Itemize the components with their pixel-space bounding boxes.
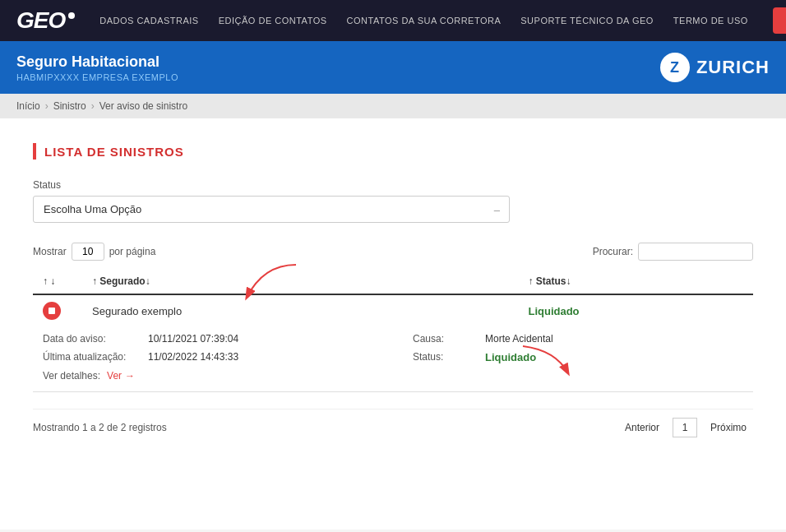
th-actions: ↑ ↓ [33, 269, 82, 294]
per-page-input[interactable] [72, 243, 104, 261]
pagination-controls: Anterior 1 Próximo [618, 418, 753, 437]
sinistros-table: ↑ ↓ ↑ Segurado↓ ↑ Status↓ [33, 269, 753, 392]
breadcrumb-inicio[interactable]: Início [16, 100, 40, 112]
logo-text: GEO [16, 7, 65, 34]
sort-icon-segurado: ↑ [92, 275, 97, 287]
app-logo: GEO [16, 7, 75, 34]
row-segurado-value: Segurado exemplo [92, 305, 182, 317]
ver-label: Ver [107, 370, 122, 382]
causa-label: Causa: [413, 333, 479, 345]
ver-detalhes-label: Ver detalhes: [43, 370, 100, 382]
page-title: Seguro Habitacional [16, 53, 178, 71]
detail-grid: Data do aviso: 10/11/2021 07:39:04 Causa… [43, 333, 743, 345]
causa-value: Morte Acidental [485, 333, 743, 345]
ver-arrow-icon: → [125, 370, 135, 382]
top-navigation: GEO DADOS CADASTRAIS EDIÇÃO DE CONTATOS … [0, 0, 786, 41]
separator-cell [33, 391, 753, 392]
pagination-area: Mostrando 1 a 2 de 2 registros Anterior … [33, 409, 753, 437]
th-status-label: Status [536, 275, 566, 287]
table-body: Segurado exemplo Liquidado Data do aviso… [33, 294, 753, 392]
breadcrumb-sinistro[interactable]: Sinistro [53, 100, 86, 112]
status2-label: Status: [413, 351, 479, 363]
nav-termo-uso[interactable]: TERMO DE USO [673, 16, 748, 25]
table-row-detail-2: Última atualização: 11/02/2022 14:43:33 … [33, 348, 753, 367]
status-select[interactable]: Escolha Uma Opção Liquidado Pendente [33, 196, 510, 223]
zurich-icon: Z [660, 53, 690, 82]
table-row-ver: Ver detalhes: Ver → [33, 367, 753, 391]
row-detail-2-cell: Última atualização: 11/02/2022 14:43:33 … [33, 348, 753, 367]
zurich-brand: ZURICH [696, 57, 770, 78]
mostrar-label: Mostrar [33, 246, 67, 257]
breadcrumb-sep-2: › [91, 100, 95, 112]
nav-dados-cadastrais[interactable]: DADOS CADASTRAIS [99, 16, 198, 25]
table-header: ↑ ↓ ↑ Segurado↓ ↑ Status↓ [33, 269, 753, 294]
logo-dot [68, 12, 75, 19]
breadcrumb-sep-1: › [45, 100, 49, 112]
search-input[interactable] [638, 243, 753, 261]
row-status-cell: Liquidado [518, 294, 753, 326]
ver-detalhes-area: Ver detalhes: Ver → [43, 370, 743, 382]
row-detail-cell: Data do aviso: 10/11/2021 07:39:04 Causa… [33, 326, 753, 348]
table-wrapper: ↑ ↓ ↑ Segurado↓ ↑ Status↓ [33, 269, 753, 392]
th-segurado: ↑ Segurado↓ [82, 269, 518, 294]
table-row: Segurado exemplo Liquidado [33, 294, 753, 326]
sair-button[interactable]: ↩ SAIR [773, 7, 786, 34]
section-title: LISTA DE SINISTROS [44, 145, 184, 159]
sort-down-status: ↓ [566, 275, 571, 287]
section-title-area: LISTA DE SINISTROS [33, 143, 753, 160]
row-action-cell [33, 294, 82, 326]
showing-text: Mostrando 1 a 2 de 2 registros [33, 422, 167, 433]
sort-down-segurado: ↓ [146, 275, 150, 287]
search-box: Procurar: [593, 243, 753, 261]
status-filter-label: Status [33, 179, 526, 191]
anterior-button[interactable]: Anterior [618, 419, 666, 437]
ver-link[interactable]: Ver → [107, 370, 135, 382]
show-per-page: Mostrar por página [33, 243, 155, 261]
page-header: Seguro Habitacional HABMIPXXXX EMPRESA E… [0, 41, 786, 94]
filter-section: Status Escolha Uma Opção Liquidado Pende… [33, 179, 526, 223]
data-aviso-label: Data do aviso: [43, 333, 141, 345]
row-status-value: Liquidado [528, 305, 579, 317]
main-nav: DADOS CADASTRAIS EDIÇÃO DE CONTATOS CONT… [99, 16, 748, 25]
section-title-bar [33, 143, 36, 160]
detail-grid-2: Última atualização: 11/02/2022 14:43:33 … [43, 351, 743, 363]
header-left: Seguro Habitacional HABMIPXXXX EMPRESA E… [16, 53, 178, 82]
table-controls: Mostrar por página Procurar: [33, 243, 753, 261]
table-row-separator [33, 391, 753, 392]
status2-value: Liquidado [485, 351, 743, 363]
breadcrumb: Início › Sinistro › Ver aviso de sinistr… [0, 94, 786, 118]
table-row-detail: Data do aviso: 10/11/2021 07:39:04 Causa… [33, 326, 753, 348]
main-content: LISTA DE SINISTROS Status Escolha Uma Op… [0, 118, 786, 530]
sort-icon-status: ↑ [528, 275, 533, 287]
page-subtitle: HABMIPXXXX EMPRESA EXEMPLO [16, 72, 178, 82]
zurich-logo: Z ZURICH [660, 53, 770, 82]
th-status: ↑ Status↓ [518, 269, 753, 294]
nav-suporte-tecnico[interactable]: SUPORTE TÉCNICO DA GEO [520, 16, 654, 25]
data-aviso-value: 10/11/2021 07:39:04 [148, 333, 406, 345]
stop-icon [49, 308, 55, 314]
proximo-button[interactable]: Próximo [704, 419, 753, 437]
ultima-atualizacao-value: 11/02/2022 14:43:33 [148, 351, 406, 363]
stop-button[interactable] [43, 302, 61, 320]
por-pagina-label: por página [109, 246, 156, 257]
th-segurado-label: Segurado [99, 275, 145, 287]
current-page: 1 [673, 418, 697, 437]
row-segurado-cell: Segurado exemplo [82, 294, 518, 326]
procurar-label: Procurar: [593, 246, 633, 257]
table-header-row: ↑ ↓ ↑ Segurado↓ ↑ Status↓ [33, 269, 753, 294]
status-select-wrapper: Escolha Uma Opção Liquidado Pendente [33, 196, 510, 223]
nav-edicao-contatos[interactable]: EDIÇÃO DE CONTATOS [219, 16, 327, 25]
ultima-atualizacao-label: Última atualização: [43, 351, 141, 363]
sort-icons-col1: ↑ ↓ [43, 275, 55, 287]
breadcrumb-current: Ver aviso de sinistro [99, 100, 187, 112]
row-ver-cell: Ver detalhes: Ver → [33, 367, 753, 391]
nav-contatos-corretora[interactable]: CONTATOS DA SUA CORRETORA [347, 16, 502, 25]
